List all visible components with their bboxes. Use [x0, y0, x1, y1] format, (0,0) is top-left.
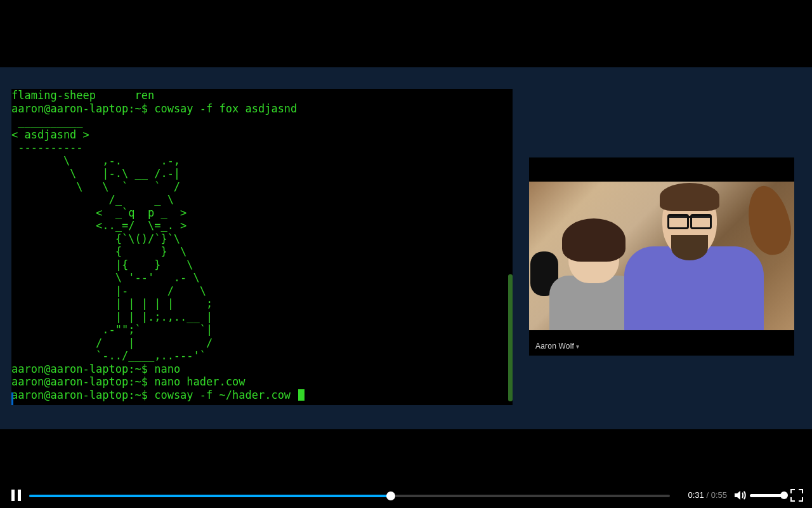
ascii-art-line: { } \	[11, 245, 187, 258]
cowsay-bubble-top: __________	[11, 115, 83, 128]
ascii-art-line: < _`q p _ >	[11, 206, 187, 219]
ascii-art-line: {`\()/`}`\	[11, 232, 180, 245]
ascii-art-line: | | | | | ;	[11, 297, 213, 310]
video-controls-bar: 0:31 / 0:55	[0, 483, 812, 508]
current-time: 0:31	[688, 490, 704, 500]
terminal-window: flaming-sheep ren aaron@aaron-laptop:~$ …	[11, 89, 513, 405]
ascii-art-line: | | |.;.,..__ |	[11, 311, 213, 323]
terminal-cursor	[298, 389, 304, 401]
ascii-art-line: `-../____,..---'`	[11, 349, 206, 362]
terminal-prompt: aaron@aaron-laptop:~$	[11, 375, 154, 388]
terminal-cmd: cowsay -f fox asdjasnd	[154, 102, 297, 115]
pause-button[interactable]	[10, 489, 23, 502]
ascii-art-line: \ |-.\ __ /.-|	[11, 167, 180, 180]
ascii-art-line: \ ,-. .-,	[11, 154, 180, 167]
terminal-scrollbar[interactable]	[508, 274, 513, 401]
ascii-art-line: <.._=/ \=_. >	[11, 219, 187, 232]
ascii-art-line: \ \ ` ` /	[11, 180, 180, 193]
webcam-caption[interactable]: Aaron Wolf▾	[535, 342, 579, 351]
progress-track[interactable]	[29, 495, 670, 497]
terminal-cmd: cowsay -f ~/hader.cow	[154, 389, 297, 401]
ascii-art-line: / | /	[11, 337, 213, 349]
terminal-prompt: aaron@aaron-laptop:~$	[11, 102, 154, 115]
webcam-video-feed	[529, 182, 794, 330]
person-presenter	[624, 185, 751, 330]
volume-track[interactable]	[750, 494, 784, 497]
terminal-prompt: aaron@aaron-laptop:~$	[11, 363, 154, 375]
terminal-line: flaming-sheep ren	[11, 89, 154, 102]
chevron-down-icon: ▾	[576, 343, 579, 350]
ascii-art-line: /_ _ \	[11, 193, 174, 206]
webcam-panel: Aaron Wolf▾	[529, 157, 794, 356]
cowsay-bubble-bot: ----------	[11, 141, 83, 154]
volume-button[interactable]	[733, 489, 746, 502]
cowsay-bubble-mid: < asdjasnd >	[11, 128, 89, 141]
ascii-art-line: \ '--' .- \	[11, 271, 200, 284]
ascii-art-line: |{ } \	[11, 258, 193, 271]
terminal-selection-indicator	[11, 392, 13, 405]
ascii-art-line: .-"";` `|	[11, 323, 213, 336]
duration: 0:55	[711, 490, 727, 500]
terminal-prompt: aaron@aaron-laptop:~$	[11, 389, 154, 401]
fullscreen-button[interactable]	[790, 489, 803, 502]
terminal-cmd: nano	[154, 363, 180, 375]
volume-handle[interactable]	[780, 491, 788, 499]
terminal-cmd: nano hader.cow	[154, 375, 245, 388]
progress-fill	[29, 495, 391, 497]
time-display: 0:31 / 0:55	[688, 490, 727, 500]
ascii-art-line: |- / \	[11, 284, 206, 297]
progress-handle[interactable]	[386, 491, 395, 500]
presenter-name: Aaron Wolf	[535, 342, 574, 351]
terminal-content: flaming-sheep ren aaron@aaron-laptop:~$ …	[11, 89, 513, 401]
time-separator: /	[706, 490, 710, 500]
